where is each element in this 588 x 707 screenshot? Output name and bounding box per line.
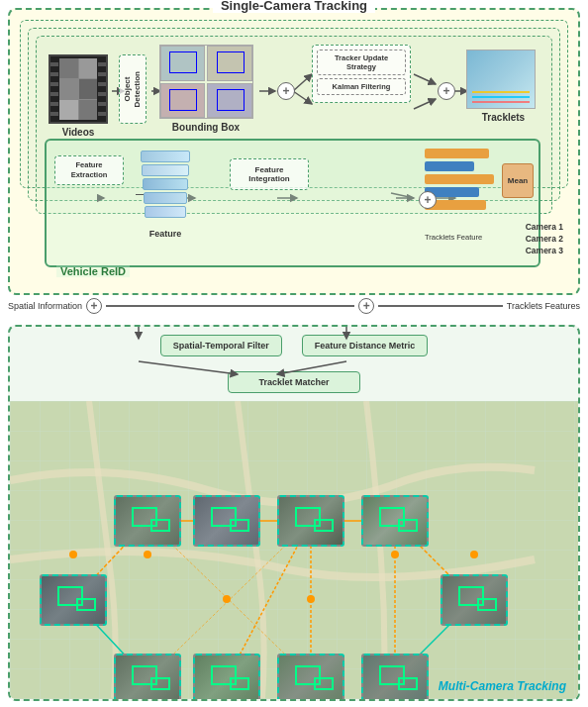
feature-extraction-box: Feature Extraction xyxy=(54,155,124,185)
film-cell xyxy=(59,58,78,78)
tf-bar-1 xyxy=(425,149,489,158)
main-container: Single-Camera Tracking xyxy=(0,0,588,707)
multi-camera-section: Spatial-Temporal Filter Feature Distance… xyxy=(8,325,580,701)
camera-thumb-c026: C026 xyxy=(193,495,260,547)
mean-label: Mean xyxy=(508,176,528,185)
tracker-update-label: Tracker Update Strategy xyxy=(321,53,402,71)
camera-thumb-c024: C024 xyxy=(277,654,344,701)
single-camera-section: Single-Camera Tracking xyxy=(8,8,580,295)
bbox-cell xyxy=(207,83,252,119)
feature-integration-label: Feature Integration xyxy=(248,165,289,183)
spatial-info-label: Spatial Information xyxy=(8,301,82,311)
spatial-info-row: Spatial Information + + Tracklets Featur… xyxy=(8,292,580,320)
cam-thumb-inner xyxy=(363,656,427,701)
spatial-line-2 xyxy=(378,305,503,307)
feature-label: Feature xyxy=(149,229,182,239)
cam-thumb-inner xyxy=(116,497,179,545)
tracklet-matcher: Tracklet Matcher xyxy=(228,371,359,393)
feat-layer-1 xyxy=(141,151,190,162)
cam-thumb-inner xyxy=(279,656,343,701)
cam-thumb-inner xyxy=(279,497,343,545)
camera-thumb-c021: C021 xyxy=(361,495,429,547)
plus-circle-1: + xyxy=(277,82,295,100)
object-detection-label: ObjectDetection xyxy=(123,71,142,107)
feat-layer-2 xyxy=(142,164,189,176)
svg-point-34 xyxy=(223,595,231,603)
bbox-cell xyxy=(160,83,206,119)
feat-layer-4 xyxy=(144,192,187,204)
mean-box: Mean xyxy=(502,163,534,198)
videos-block: Videos xyxy=(45,54,112,138)
tracklets-image xyxy=(466,50,536,109)
feature-extraction-label: Feature Extraction xyxy=(71,160,108,179)
kalman-label: Kalman Filtering xyxy=(321,82,402,91)
single-camera-label: Single-Camera Tracking xyxy=(213,0,375,13)
bbox-grid xyxy=(159,45,253,119)
film-cell xyxy=(79,58,98,78)
plus-circle-2: + xyxy=(438,82,455,100)
object-detection-box: ObjectDetection xyxy=(119,54,147,124)
camera-thumb-c022: C022 xyxy=(277,495,344,547)
film-cell xyxy=(59,79,78,99)
film-cell xyxy=(79,79,98,99)
tracker-update-inner: Tracker Update Strategy xyxy=(317,50,406,75)
tracklets-label: Tracklets xyxy=(466,112,540,123)
tracklets-feature-area: Mean Tracklets Feature xyxy=(425,149,534,228)
tracklets-features-label: Tracklets Features xyxy=(507,301,580,311)
tracker-update-box: Tracker Update Strategy Kalman Filtering xyxy=(312,45,411,103)
camera-thumb-c025: C025 xyxy=(193,654,260,701)
svg-point-31 xyxy=(69,551,77,558)
spatial-temporal-filter: Spatial-Temporal Filter xyxy=(160,335,282,356)
feat-layer-5 xyxy=(145,206,186,218)
cam-thumb-inner xyxy=(363,497,427,545)
cam-thumb-inner xyxy=(442,576,506,624)
film-strip xyxy=(49,54,108,124)
feat-layer-3 xyxy=(143,178,188,190)
svg-point-35 xyxy=(307,595,315,603)
plus-spatial-1: + xyxy=(86,298,102,314)
bounding-box-label: Bounding Box xyxy=(156,122,255,133)
cam-thumb-inner xyxy=(42,576,105,624)
bbox-cell xyxy=(207,46,252,81)
tracklets-block: Tracklets xyxy=(466,50,540,123)
matcher-row: Tracklet Matcher xyxy=(10,371,578,393)
bbox-cell xyxy=(160,46,206,81)
camera-thumb-c029: C029 xyxy=(40,574,107,626)
film-cell xyxy=(59,100,78,120)
feature-integration-box: Feature Integration xyxy=(230,158,309,190)
camera-3-label: Camera 3 xyxy=(526,246,563,255)
tf-bar-2 xyxy=(425,161,474,171)
spatial-line xyxy=(106,305,354,307)
vehicle-reid-section: Vehicle ReID Feature Extraction — Featur… xyxy=(45,139,540,267)
tf-bar-3 xyxy=(425,174,494,184)
svg-point-30 xyxy=(144,551,151,558)
camera-thumb-c028: C028 xyxy=(114,654,181,701)
camera-thumb-c027: C027 xyxy=(114,495,181,547)
map-background: C027 C026 C022 C021 C029 C020 xyxy=(10,401,578,699)
tracklets-feature-label: Tracklets Feature xyxy=(425,233,482,242)
cam-thumb-inner xyxy=(116,656,179,701)
feature-stack: Feature xyxy=(136,151,195,225)
camera-1-label: Camera 1 xyxy=(526,222,563,232)
feature-extraction-block: Feature Extraction xyxy=(54,155,124,185)
plus-circle-3: + xyxy=(419,191,437,209)
camera-thumb-c023: C023 xyxy=(361,654,429,701)
feature-integration-block: Feature Integration xyxy=(230,158,309,190)
videos-label: Videos xyxy=(45,127,112,138)
bounding-box-area: Bounding Box xyxy=(156,45,255,133)
camera-thumb-c020: C020 xyxy=(441,574,508,626)
multi-camera-label: Multi-Camera Tracking xyxy=(439,679,566,693)
kalman-box: Kalman Filtering xyxy=(317,78,406,95)
svg-point-33 xyxy=(470,551,478,558)
reid-label: Vehicle ReID xyxy=(56,265,130,277)
cam-thumb-inner xyxy=(195,656,258,701)
film-cell xyxy=(79,100,98,120)
svg-point-32 xyxy=(391,551,399,558)
feature-distance-metric: Feature Distance Metric xyxy=(302,335,429,356)
cam-thumb-inner xyxy=(195,497,258,545)
camera-2-label: Camera 2 xyxy=(526,234,563,244)
film-inner xyxy=(59,58,97,120)
plus-spatial-2: + xyxy=(358,298,374,314)
filter-row: Spatial-Temporal Filter Feature Distance… xyxy=(10,335,578,356)
